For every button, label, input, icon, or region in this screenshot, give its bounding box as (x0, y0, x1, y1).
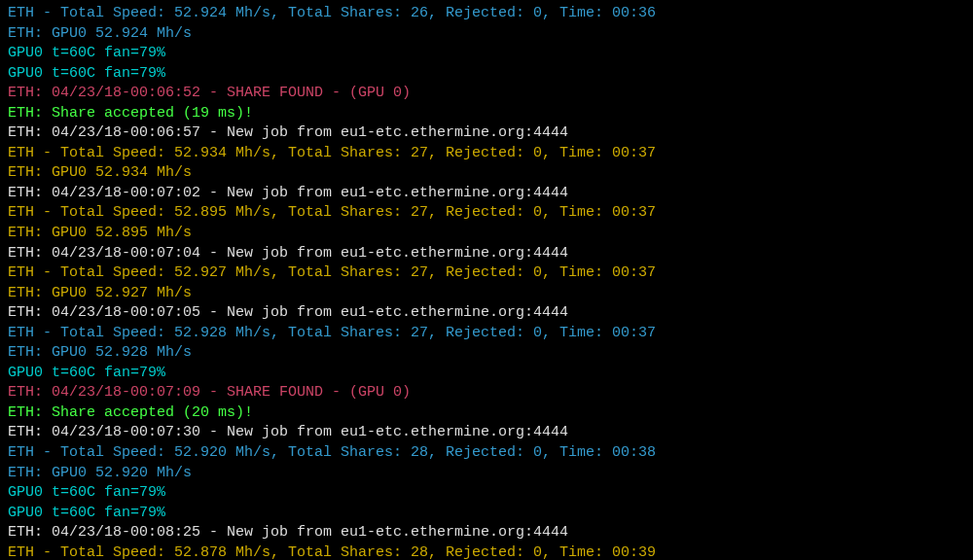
log-line: ETH - Total Speed: 52.878 Mh/s, Total Sh… (8, 543, 965, 560)
log-line: ETH - Total Speed: 52.928 Mh/s, Total Sh… (8, 324, 965, 344)
log-line: ETH: 04/23/18-00:07:05 - New job from eu… (8, 303, 965, 324)
log-line: ETH: 04/23/18-00:07:02 - New job from eu… (8, 184, 965, 204)
log-line: ETH: GPU0 52.927 Mh/s (8, 284, 965, 304)
log-line: ETH: GPU0 52.934 Mh/s (8, 163, 965, 184)
log-line: ETH: Share accepted (19 ms)! (8, 104, 965, 124)
log-line: ETH - Total Speed: 52.920 Mh/s, Total Sh… (8, 443, 965, 464)
log-line: ETH: 04/23/18-00:06:57 - New job from eu… (8, 123, 965, 144)
log-line: GPU0 t=60C fan=79% (8, 504, 965, 524)
log-line: ETH - Total Speed: 52.934 Mh/s, Total Sh… (8, 144, 965, 164)
log-line: ETH - Total Speed: 52.924 Mh/s, Total Sh… (8, 4, 965, 24)
log-line: ETH: GPU0 52.924 Mh/s (8, 24, 965, 45)
log-line: ETH: GPU0 52.920 Mh/s (8, 464, 965, 484)
log-line: ETH: 04/23/18-00:07:04 - New job from eu… (8, 244, 965, 264)
log-line: ETH: Share accepted (20 ms)! (8, 403, 965, 424)
log-line: ETH: 04/23/18-00:08:25 - New job from eu… (8, 523, 965, 543)
log-line: ETH - Total Speed: 52.895 Mh/s, Total Sh… (8, 203, 965, 224)
log-line: ETH: GPU0 52.895 Mh/s (8, 224, 965, 244)
log-line: GPU0 t=60C fan=79% (8, 364, 965, 384)
log-line: ETH: 04/23/18-00:07:09 - SHARE FOUND - (… (8, 383, 965, 403)
log-line: ETH: GPU0 52.928 Mh/s (8, 343, 965, 364)
terminal-output: ETH - Total Speed: 52.924 Mh/s, Total Sh… (8, 4, 965, 560)
log-line: ETH: 04/23/18-00:06:52 - SHARE FOUND - (… (8, 84, 965, 104)
log-line: ETH: 04/23/18-00:07:30 - New job from eu… (8, 423, 965, 443)
log-line: ETH - Total Speed: 52.927 Mh/s, Total Sh… (8, 263, 965, 284)
log-line: GPU0 t=60C fan=79% (8, 64, 965, 85)
log-line: GPU0 t=60C fan=79% (8, 44, 965, 64)
log-line: GPU0 t=60C fan=79% (8, 483, 965, 504)
